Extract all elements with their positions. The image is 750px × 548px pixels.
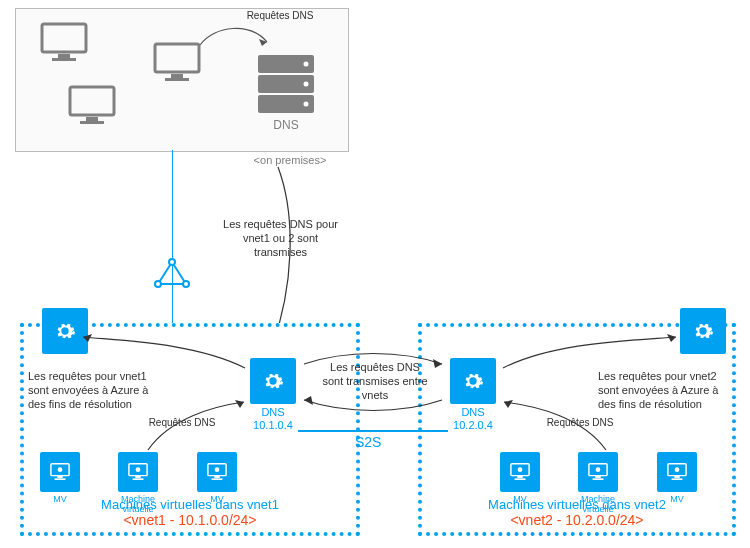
vnet1-vm3: MV <box>197 452 237 504</box>
vnet2-dns-ip: 10.2.0.4 <box>453 419 493 431</box>
monitor-icon <box>68 85 116 127</box>
svg-point-12 <box>304 82 309 87</box>
svg-point-15 <box>169 259 175 265</box>
svg-point-31 <box>518 467 523 472</box>
svg-rect-7 <box>171 74 183 78</box>
vnet1-vm1: MV <box>40 452 80 504</box>
svg-rect-21 <box>55 478 66 480</box>
vnet2-dns-text: DNS <box>461 406 484 418</box>
vnet2-vm1-label: MV <box>500 494 540 504</box>
svg-rect-28 <box>214 476 219 478</box>
vnet2-vm2: Machine virtuelle <box>578 452 628 514</box>
svg-rect-36 <box>595 476 600 478</box>
monitor-icon <box>40 22 88 64</box>
s2s-label: S2S <box>355 434 381 450</box>
svg-point-10 <box>304 62 309 67</box>
svg-rect-3 <box>70 87 114 115</box>
vnet2-cidr: <vnet2 - 10.2.0.0/24> <box>510 512 643 528</box>
svg-rect-37 <box>593 478 604 480</box>
vnet1-vm2-label: Machine virtuelle <box>108 494 168 514</box>
vnet2-vm3-label: MV <box>657 494 697 504</box>
svg-point-39 <box>675 467 680 472</box>
svg-rect-0 <box>42 24 86 52</box>
arrow-vnet1-vm-to-dns <box>140 398 250 458</box>
vnet2-vm1: MV <box>500 452 540 504</box>
svg-point-27 <box>215 467 220 472</box>
svg-rect-4 <box>86 117 98 121</box>
link-line <box>172 150 173 323</box>
vnet1-cidr: <vnet1 - 10.1.0.0/24> <box>123 512 256 528</box>
svg-point-23 <box>136 467 141 472</box>
arrow-between-vnets <box>296 352 450 412</box>
vnet1-vm2: Machine virtuelle <box>118 452 168 514</box>
svg-point-35 <box>596 467 601 472</box>
s2s-link-line <box>298 430 448 432</box>
onprem-dns-label: DNS <box>258 118 314 132</box>
vnet2-vm3: MV <box>657 452 697 504</box>
vnet2-vm2-label: Machine virtuelle <box>568 494 628 514</box>
svg-rect-2 <box>52 58 76 61</box>
vnet1-vm1-label: MV <box>40 494 80 504</box>
vnet1-dns-text: DNS <box>261 406 284 418</box>
gateway-icon <box>154 258 190 292</box>
svg-rect-20 <box>57 476 62 478</box>
arrow-onprem-request <box>195 20 275 65</box>
svg-rect-1 <box>58 54 70 58</box>
svg-rect-40 <box>674 476 679 478</box>
svg-rect-6 <box>155 44 199 72</box>
vnet1-dns-ip: 10.1.0.4 <box>253 419 293 431</box>
svg-point-17 <box>155 281 161 287</box>
onprem-request-label: Requêtes DNS <box>240 10 320 23</box>
arrow-vnet1-to-azure <box>75 333 250 378</box>
svg-point-14 <box>304 102 309 107</box>
svg-rect-41 <box>672 478 683 480</box>
vnet1-vm3-label: MV <box>197 494 237 504</box>
vnet1-dns-box <box>250 358 296 404</box>
svg-point-16 <box>183 281 189 287</box>
svg-rect-24 <box>135 476 140 478</box>
azure-service-icon <box>680 308 726 354</box>
svg-rect-29 <box>212 478 223 480</box>
svg-rect-33 <box>515 478 526 480</box>
vnet2-dns-box <box>450 358 496 404</box>
arrow-vnet2-vm-to-dns <box>498 398 613 458</box>
svg-rect-25 <box>133 478 144 480</box>
monitor-icon <box>153 42 201 84</box>
svg-rect-32 <box>517 476 522 478</box>
arrow-vnet2-to-azure <box>498 333 683 378</box>
svg-point-19 <box>58 467 63 472</box>
svg-rect-8 <box>165 78 189 81</box>
svg-rect-5 <box>80 121 104 124</box>
